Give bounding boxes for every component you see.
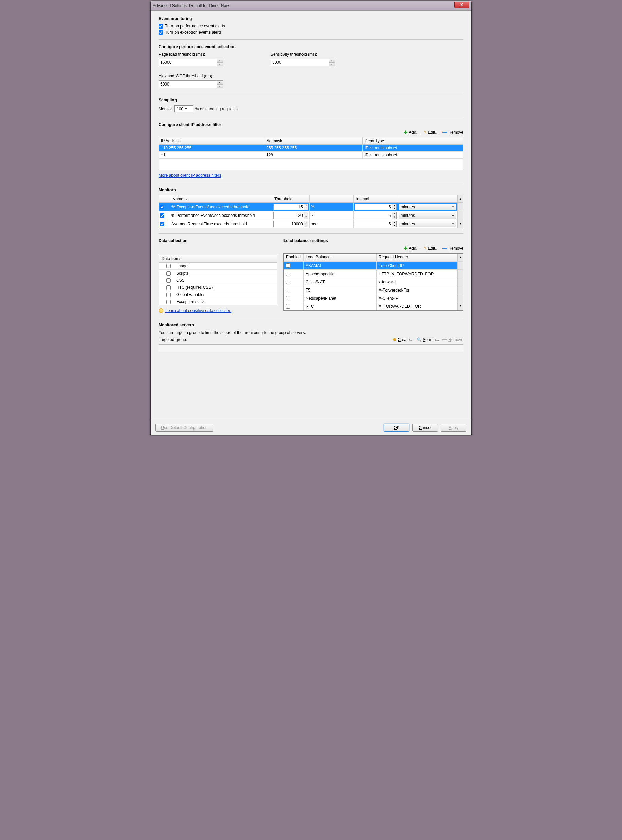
lb-enabled-checkbox[interactable] [286,280,290,284]
sampling-suffix: % of incoming requests [195,107,238,111]
data-item-row[interactable]: Scripts [159,270,277,277]
table-row[interactable]: 110.255.255.255255.255.255.255IP is not … [159,145,463,152]
scroll-up-icon[interactable]: ▲ [457,195,463,202]
lb-row[interactable]: F5 X-Forwarded-For [284,286,463,294]
sampling-dropdown[interactable]: 100 ▼ [174,105,193,113]
star-icon: ✸ [392,337,396,342]
lb-enabled-checkbox[interactable] [286,296,290,300]
threshold-spinner[interactable]: ▲▼ [273,204,308,210]
learn-sensitive-link[interactable]: Learn about sensitive data collection [165,308,231,313]
col-deny[interactable]: Deny Type [363,137,463,145]
data-items-list[interactable]: Data Items Images Scripts CSS HTC (requi… [159,254,277,306]
plus-icon: ✚ [404,246,408,251]
data-item-checkbox[interactable] [166,285,171,290]
ip-remove-button[interactable]: Remove [442,130,463,135]
lb-row[interactable]: Cisco/NAT x-forward [284,278,463,286]
ip-filter-table[interactable]: IP Address Netmask Deny Type 110.255.255… [159,137,463,170]
scroll-up-icon[interactable]: ▲ [457,254,463,261]
targeted-group-label: Targeted group: [159,337,187,342]
monitor-checkbox[interactable] [160,205,164,209]
sampling-heading: Sampling [159,98,463,102]
data-item-row[interactable]: CSS [159,277,277,284]
col-threshold[interactable]: Threshold [272,195,309,202]
lb-row[interactable]: Netscape/iPlanet X-Client-IP [284,294,463,302]
spin-up-icon[interactable]: ▲ [329,59,335,63]
cancel-button[interactable]: Cancel [412,423,438,432]
ok-button[interactable]: OK [384,423,410,432]
col-lb-name[interactable]: Load Balancer [303,254,377,261]
interval-unit-dropdown[interactable]: minutes▼ [399,212,456,219]
monitor-checkbox[interactable] [160,213,164,218]
spin-down-icon[interactable]: ▼ [217,63,223,66]
data-item-row[interactable]: Exception stack [159,298,277,305]
ms-remove-button: Remove [442,337,463,342]
interval-unit-dropdown[interactable]: minutes▼ [399,204,456,210]
page-load-input[interactable] [159,59,216,66]
close-button[interactable]: X [454,2,469,9]
sensitivity-input[interactable] [271,59,329,66]
minus-icon [442,248,447,249]
col-interval[interactable]: Interval [354,195,398,202]
interval-spinner[interactable]: ▲▼ [355,204,396,210]
data-item-checkbox[interactable] [166,264,171,268]
perf-alerts-checkbox[interactable] [159,24,163,29]
sensitivity-label: Sensitivity threshold (ms): [271,52,335,57]
monitor-row[interactable]: % Performance Events/sec exceeds thresho… [159,211,463,219]
lb-row[interactable]: RFC X_FORWARDED_FOR ▼ [284,302,463,310]
ajax-spinner[interactable]: ▲▼ [159,81,223,88]
exc-alerts-checkbox[interactable] [159,30,163,35]
monitor-row[interactable]: Average Request Time exceeds threshold ▲… [159,219,463,228]
data-item-checkbox[interactable] [166,300,171,304]
spin-down-icon[interactable]: ▼ [329,63,335,66]
page-load-spinner[interactable]: ▲▼ [159,59,223,66]
perf-collection-heading: Configure performance event collection [159,44,463,49]
chevron-down-icon[interactable]: ▼ [183,107,189,111]
targeted-group-input[interactable] [159,344,463,352]
ip-more-link[interactable]: More about client IP address filters [159,173,221,178]
spin-down-icon[interactable]: ▼ [217,85,223,88]
titlebar[interactable]: Advanced Settings: Default for DinnerNow… [151,1,471,11]
lb-remove-button[interactable]: Remove [442,246,463,251]
lb-enabled-checkbox[interactable] [286,304,290,309]
data-item-checkbox[interactable] [166,292,171,297]
ajax-input[interactable] [159,81,216,88]
interval-spinner[interactable]: ▲▼ [355,221,396,227]
col-name[interactable]: Name▲ [171,195,272,202]
sensitivity-spinner[interactable]: ▲▼ [271,59,335,66]
create-button[interactable]: ✸ Create... [392,337,413,342]
interval-spinner[interactable]: ▲▼ [355,212,396,219]
lb-enabled-checkbox[interactable] [286,271,290,276]
ip-edit-button[interactable]: ✎ Edit... [424,130,439,135]
search-button[interactable]: 🔍 Search... [416,337,439,342]
col-enabled[interactable]: Enabled [284,254,303,261]
lb-enabled-checkbox[interactable] [286,288,290,292]
spin-up-icon[interactable]: ▲ [217,59,223,63]
dialog-footer: Use Default Configuration OK Cancel Appl… [151,420,471,435]
data-item-row[interactable]: Images [159,263,277,270]
col-request-header[interactable]: Request Header [377,254,457,261]
data-item-row[interactable]: HTC (requires CSS) [159,284,277,291]
monitors-table[interactable]: Name▲ Threshold Interval ▲ % Exception E… [159,195,463,228]
table-row[interactable]: ::1128IP is not in subnet [159,152,463,159]
warning-icon: ! [159,308,163,313]
load-balancer-table[interactable]: Enabled Load Balancer Request Header ▲ A… [284,253,463,310]
data-item-row[interactable]: Global variables [159,291,277,298]
lb-edit-button[interactable]: ✎Edit... [424,246,439,251]
threshold-spinner[interactable]: ▲▼ [273,221,308,227]
scroll-down-icon[interactable]: ▼ [457,303,463,310]
interval-unit-dropdown[interactable]: minutes▼ [399,221,456,227]
col-netmask[interactable]: Netmask [264,137,363,145]
lb-add-button[interactable]: ✚Add... [404,246,419,251]
scroll-down-icon[interactable]: ▼ [457,220,463,228]
data-item-checkbox[interactable] [166,271,171,275]
ip-add-button[interactable]: ✚ Add... [404,129,419,135]
monitor-row[interactable]: % Exception Events/sec exceeds threshold… [159,202,463,211]
lb-row[interactable]: AKAMAI True-Client-IP [284,261,463,269]
spin-up-icon[interactable]: ▲ [217,81,223,85]
lb-enabled-checkbox[interactable] [286,263,290,268]
lb-row[interactable]: Apache-specific HTTP_X_FORWARDED_FOR [284,269,463,278]
col-ip[interactable]: IP Address [159,137,264,145]
monitor-checkbox[interactable] [160,222,164,227]
threshold-spinner[interactable]: ▲▼ [273,212,308,219]
data-item-checkbox[interactable] [166,278,171,283]
